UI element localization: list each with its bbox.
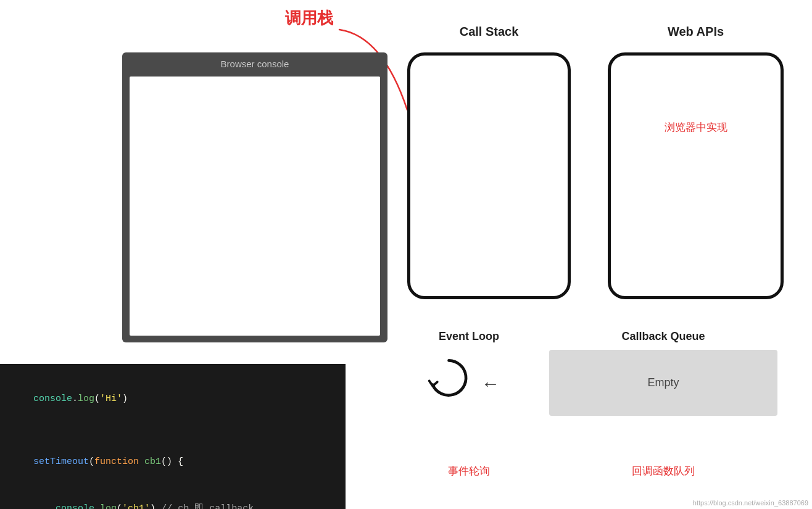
event-loop-label: Event Loop (407, 330, 531, 343)
browser-console-title: Browser console (122, 52, 387, 74)
watermark: https://blog.csdn.net/weixin_63887069 (693, 499, 808, 507)
browser-console-panel: Browser console (122, 52, 387, 342)
code-line-blank (11, 423, 334, 439)
event-loop-chinese-label: 事件轮询 (407, 464, 531, 478)
web-apis-box (608, 52, 784, 299)
code-line-2: setTimeout(function cb1() { (11, 438, 334, 486)
browser-console-inner (130, 77, 380, 336)
left-arrow-icon: ← (481, 373, 500, 394)
callback-queue-box: Empty (549, 350, 777, 416)
call-stack-box (407, 52, 571, 299)
callback-queue-chinese-label: 回调函数队列 (549, 464, 777, 478)
code-line-1: console.log('Hi') (11, 375, 334, 423)
diaoyong-label: 调用栈 (285, 7, 333, 29)
callback-queue-label: Callback Queue (549, 330, 777, 343)
web-apis-chinese-note: 浏览器中实现 (608, 120, 784, 134)
callback-queue-empty-text: Empty (647, 376, 679, 389)
event-loop-icon (426, 355, 472, 401)
code-block: console.log('Hi') setTimeout(function cb… (0, 364, 346, 509)
web-apis-label: Web APIs (608, 25, 784, 39)
call-stack-label: Call Stack (407, 25, 571, 39)
code-line-3: console.log('cb1') // cb 即 callback (11, 486, 334, 510)
